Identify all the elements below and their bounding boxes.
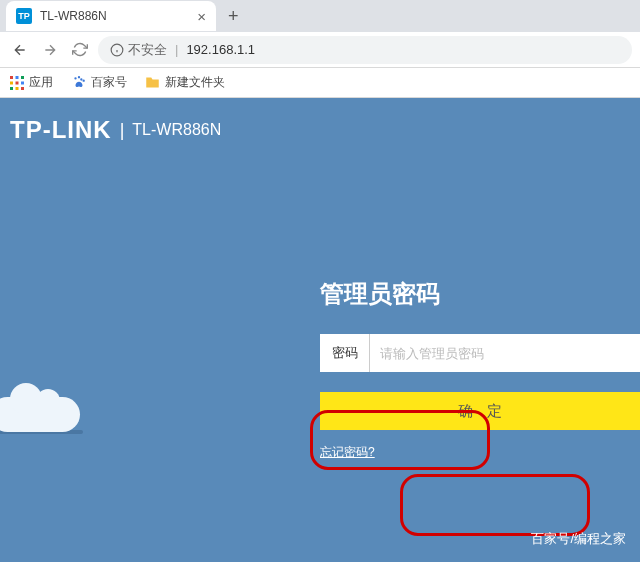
apps-grid-icon	[10, 76, 24, 90]
back-button[interactable]	[8, 38, 32, 62]
model-label: TL-WR886N	[132, 121, 221, 139]
logo-row: TP-LINK | TL-WR886N	[0, 98, 640, 162]
forward-button[interactable]	[38, 38, 62, 62]
bookmark-bar: 应用 百家号 新建文件夹	[0, 68, 640, 98]
svg-rect-6	[10, 81, 13, 84]
bookmark-label: 百家号	[91, 74, 127, 91]
login-title: 管理员密码	[320, 278, 640, 310]
forgot-password-link[interactable]: 忘记密码?	[320, 444, 375, 461]
password-label: 密码	[320, 334, 370, 372]
watermark: 百家号/编程之家	[531, 530, 626, 548]
insecure-indicator: 不安全	[110, 41, 167, 59]
address-url: 192.168.1.1	[186, 42, 255, 57]
svg-rect-9	[10, 87, 13, 90]
bookmark-item-folder[interactable]: 新建文件夹	[145, 74, 225, 91]
apps-button[interactable]: 应用	[10, 74, 53, 91]
svg-rect-8	[21, 81, 24, 84]
annotation-highlight	[400, 474, 590, 536]
svg-rect-5	[21, 76, 24, 79]
folder-icon	[145, 75, 160, 90]
info-icon	[110, 43, 124, 57]
paw-icon	[71, 75, 86, 90]
tab-favicon-icon: TP	[16, 8, 32, 24]
svg-rect-7	[16, 81, 19, 84]
login-block: 管理员密码 密码 确定 忘记密码?	[320, 278, 640, 461]
address-divider: |	[175, 42, 178, 57]
browser-tab[interactable]: TP TL-WR886N ×	[6, 1, 216, 31]
address-field[interactable]: 不安全 | 192.168.1.1	[98, 36, 632, 64]
bookmark-label: 新建文件夹	[165, 74, 225, 91]
password-input[interactable]	[370, 334, 640, 372]
browser-chrome: TP TL-WR886N × + 不安全 | 192.168.1.1	[0, 0, 640, 98]
tab-title: TL-WR886N	[40, 9, 189, 23]
submit-button[interactable]: 确定	[320, 392, 640, 430]
password-row: 密码	[320, 334, 640, 372]
svg-rect-3	[10, 76, 13, 79]
svg-rect-11	[21, 87, 24, 90]
router-page: TP-LINK | TL-WR886N 管理员密码 密码 确定 忘记密码? 百家…	[0, 98, 640, 562]
close-icon[interactable]: ×	[197, 9, 206, 24]
logo-divider: |	[120, 120, 125, 141]
new-tab-button[interactable]: +	[228, 7, 239, 25]
bookmark-item-baijia[interactable]: 百家号	[71, 74, 127, 91]
tplink-logo: TP-LINK	[10, 116, 112, 144]
address-bar: 不安全 | 192.168.1.1	[0, 32, 640, 68]
reload-button[interactable]	[68, 38, 92, 62]
tab-bar: TP TL-WR886N × +	[0, 0, 640, 32]
apps-label: 应用	[29, 74, 53, 91]
cloud-icon	[0, 397, 80, 432]
insecure-label: 不安全	[128, 41, 167, 59]
svg-rect-4	[16, 76, 19, 79]
svg-rect-10	[16, 87, 19, 90]
